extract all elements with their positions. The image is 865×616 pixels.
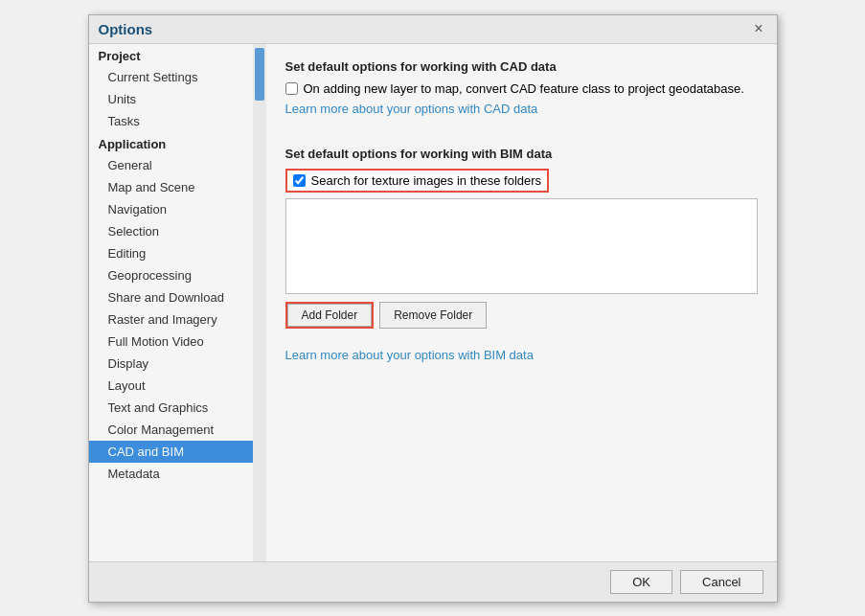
sidebar-item-navigation[interactable]: Navigation: [89, 198, 253, 220]
sidebar-item-share-and-download[interactable]: Share and Download: [89, 286, 253, 308]
remove-folder-button[interactable]: Remove Folder: [379, 302, 487, 329]
sidebar-item-general[interactable]: General: [89, 154, 253, 176]
sidebar-item-text-and-graphics[interactable]: Text and Graphics: [89, 397, 253, 419]
content-area: Set default options for working with CAD…: [266, 44, 777, 561]
bim-texture-checkbox[interactable]: [293, 174, 306, 187]
bim-checkbox-label: Search for texture images in these folde…: [311, 173, 542, 188]
sidebar-item-selection[interactable]: Selection: [89, 220, 253, 242]
cad-checkbox[interactable]: [285, 82, 298, 95]
add-folder-button[interactable]: Add Folder: [287, 304, 373, 327]
sidebar-item-geoprocessing[interactable]: Geoprocessing: [89, 264, 253, 286]
cad-checkbox-label: On adding new layer to map, convert CAD …: [304, 81, 744, 96]
dialog-footer: OK Cancel: [89, 561, 777, 602]
bim-section-title: Set default options for working with BIM…: [285, 147, 758, 161]
sidebar-item-metadata[interactable]: Metadata: [89, 463, 253, 485]
sidebar-group-project[interactable]: Project: [89, 44, 253, 66]
sidebar-item-units[interactable]: Units: [89, 88, 253, 110]
sidebar-wrapper: Project Current Settings Units Tasks App…: [89, 44, 266, 561]
bim-section: Set default options for working with BIM…: [285, 147, 758, 362]
titlebar: Options ×: [89, 15, 777, 44]
sidebar-item-full-motion-video[interactable]: Full Motion Video: [89, 331, 253, 353]
sidebar-group-application[interactable]: Application: [89, 132, 253, 154]
folder-list-box: [285, 198, 758, 294]
dialog-body: Project Current Settings Units Tasks App…: [89, 44, 777, 561]
folder-buttons: Add Folder Remove Folder: [285, 302, 758, 329]
sidebar-item-raster-and-imagery[interactable]: Raster and Imagery: [89, 308, 253, 331]
sidebar-item-current-settings[interactable]: Current Settings: [89, 66, 253, 88]
bim-checkbox-highlight: Search for texture images in these folde…: [285, 169, 550, 193]
close-button[interactable]: ×: [750, 21, 766, 36]
ok-button[interactable]: OK: [610, 570, 672, 594]
cancel-button[interactable]: Cancel: [680, 570, 763, 594]
bim-checkbox-row: Search for texture images in these folde…: [285, 169, 758, 193]
cad-checkbox-row: On adding new layer to map, convert CAD …: [285, 81, 758, 96]
sidebar-item-layout[interactable]: Layout: [89, 375, 253, 397]
sidebar-item-map-and-scene[interactable]: Map and Scene: [89, 176, 253, 198]
cad-section: Set default options for working with CAD…: [285, 59, 758, 129]
sidebar-item-display[interactable]: Display: [89, 353, 253, 375]
sidebar-scrollbar[interactable]: [253, 44, 266, 561]
sidebar-item-tasks[interactable]: Tasks: [89, 110, 253, 132]
cad-learn-more-link[interactable]: Learn more about your options with CAD d…: [285, 102, 538, 116]
cad-section-title: Set default options for working with CAD…: [285, 59, 758, 74]
sidebar-item-color-management[interactable]: Color Management: [89, 419, 253, 441]
add-folder-btn-highlight: Add Folder: [285, 302, 375, 329]
scrollbar-thumb: [255, 48, 264, 101]
bim-learn-more-link[interactable]: Learn more about your options with BIM d…: [285, 348, 534, 362]
dialog-title: Options: [99, 21, 153, 37]
sidebar: Project Current Settings Units Tasks App…: [89, 44, 253, 561]
sidebar-item-editing[interactable]: Editing: [89, 242, 253, 264]
options-dialog: Options × Project Current Settings Units…: [88, 14, 778, 603]
sidebar-item-cad-and-bim[interactable]: CAD and BIM: [89, 441, 253, 463]
